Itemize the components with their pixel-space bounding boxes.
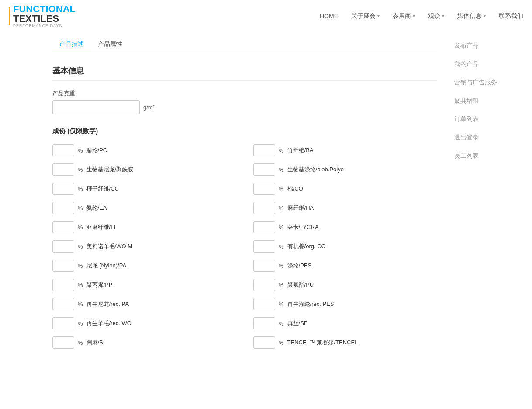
comp-pct-right-2: % (279, 186, 284, 192)
nav-media[interactable]: 媒体信息▾ (457, 12, 486, 20)
comp-name-right-1: 生物基涤纶/biob.Polye (287, 166, 344, 173)
comp-pct-left-2: % (78, 186, 83, 192)
comp-input-left-5[interactable] (52, 240, 74, 253)
nav-audience[interactable]: 观众▾ (428, 12, 444, 20)
comp-name-right-6: 涤纶/PES (287, 262, 312, 270)
comp-pct-left-9: % (78, 320, 83, 327)
comp-row-left-3: % 氨纶/EA (52, 202, 236, 214)
page-layout: 产品描述 产品属性 基本信息 产品克重 g/m² 成份 (仅限数字) % 腈纶/… (0, 32, 532, 366)
comp-name-right-9: 真丝/SE (287, 319, 308, 327)
logo-functional: FUNCTIONAL (13, 4, 76, 14)
comp-pct-left-6: % (78, 263, 83, 269)
main-content: 产品描述 产品属性 基本信息 产品克重 g/m² 成份 (仅限数字) % 腈纶/… (0, 32, 446, 366)
comp-pct-left-7: % (78, 282, 83, 288)
sidebar-item-6[interactable]: 员工列表 (454, 147, 515, 165)
chevron-icon: ▾ (484, 14, 486, 18)
comp-input-right-4[interactable] (253, 221, 275, 233)
comp-input-right-8[interactable] (253, 298, 275, 310)
comp-input-left-7[interactable] (52, 279, 74, 291)
chevron-icon: ▾ (442, 14, 444, 18)
comp-name-left-0: 腈纶/PC (86, 146, 107, 154)
chevron-icon: ▾ (377, 14, 380, 18)
weight-input[interactable] (52, 100, 140, 114)
tabs: 产品描述 产品属性 (52, 32, 437, 52)
comp-pct-right-0: % (279, 147, 284, 154)
comp-pct-right-4: % (279, 224, 284, 231)
comp-pct-right-1: % (279, 166, 284, 173)
comp-pct-right-3: % (279, 205, 284, 211)
comp-input-right-9[interactable] (253, 317, 275, 329)
comp-input-left-4[interactable] (52, 221, 74, 233)
comp-input-left-10[interactable] (52, 336, 74, 349)
comp-name-right-10: TENCEL™ 莱赛尔/TENCEL (287, 339, 358, 347)
comp-row-left-10: % 剑麻/SI (52, 336, 236, 349)
logo: FUNCTIONAL TEXTILES PERFORMANCE DAYS (9, 4, 76, 28)
comp-name-right-8: 再生涤纶/rec. PES (287, 300, 334, 308)
comp-input-right-7[interactable] (253, 279, 275, 291)
chevron-icon: ▾ (413, 14, 415, 18)
comp-name-left-6: 尼龙 (Nylon)/PA (86, 262, 127, 270)
comp-input-left-3[interactable] (52, 202, 74, 214)
comp-row-right-5: % 有机棉/org. CO (253, 240, 437, 253)
comp-row-right-8: % 再生涤纶/rec. PES (253, 298, 437, 310)
comp-input-left-9[interactable] (52, 317, 74, 329)
comp-input-right-0[interactable] (253, 144, 275, 156)
comp-input-right-6[interactable] (253, 260, 275, 272)
comp-input-right-1[interactable] (253, 163, 275, 176)
comp-row-left-2: % 椰子纤维/CC (52, 183, 236, 195)
comp-row-left-9: % 再生羊毛/rec. WO (52, 317, 236, 329)
comp-pct-right-10: % (279, 340, 284, 346)
comp-name-left-1: 生物基尼龙/聚酰胺 (86, 166, 134, 173)
sidebar-item-0[interactable]: 及布产品 (454, 37, 515, 55)
comp-pct-right-9: % (279, 320, 284, 327)
comp-row-right-9: % 真丝/SE (253, 317, 437, 329)
comp-name-right-7: 聚氨酯/PU (287, 281, 314, 289)
tab-product-description[interactable]: 产品描述 (52, 37, 91, 52)
comp-input-left-1[interactable] (52, 163, 74, 176)
comp-input-left-0[interactable] (52, 144, 74, 156)
section-title-basic-info: 基本信息 (52, 66, 437, 81)
nav-about[interactable]: 关于展会▾ (351, 12, 380, 20)
sidebar: 及布产品我的产品营销与广告服务展具增租订单列表退出登录员工列表 (446, 32, 524, 366)
comp-input-right-10[interactable] (253, 336, 275, 349)
sidebar-item-1[interactable]: 我的产品 (454, 55, 515, 73)
comp-row-left-6: % 尼龙 (Nylon)/PA (52, 260, 236, 272)
comp-row-right-2: % 棉/CO (253, 183, 437, 195)
sidebar-item-4[interactable]: 订单列表 (454, 110, 515, 128)
comp-row-left-7: % 聚丙烯/PP (52, 279, 236, 291)
composition-grid: % 腈纶/PC % 竹纤维/BA % 生物基尼龙/聚酰胺 % 生物基涤纶/bio… (52, 144, 437, 349)
comp-name-left-8: 再生尼龙/rec. PA (86, 300, 129, 308)
comp-name-right-0: 竹纤维/BA (287, 146, 314, 154)
comp-name-left-10: 剑麻/SI (86, 339, 105, 347)
nav-home[interactable]: HOME (320, 13, 338, 20)
comp-input-right-3[interactable] (253, 202, 275, 214)
comp-row-left-0: % 腈纶/PC (52, 144, 236, 156)
sidebar-item-2[interactable]: 营销与广告服务 (454, 73, 515, 92)
comp-row-right-4: % 莱卡/LYCRA (253, 221, 437, 233)
weight-label: 产品克重 (52, 90, 437, 97)
comp-input-right-2[interactable] (253, 183, 275, 195)
comp-name-left-7: 聚丙烯/PP (86, 281, 113, 289)
comp-pct-right-7: % (279, 282, 284, 288)
comp-name-right-3: 麻纤维/HA (287, 204, 314, 212)
comp-input-left-6[interactable] (52, 260, 74, 272)
comp-pct-left-4: % (78, 224, 83, 231)
comp-pct-left-3: % (78, 205, 83, 211)
nav-exhibitor[interactable]: 参展商▾ (393, 12, 415, 20)
comp-input-right-5[interactable] (253, 240, 275, 253)
comp-pct-left-1: % (78, 166, 83, 173)
comp-pct-left-0: % (78, 147, 83, 154)
comp-row-left-4: % 亚麻纤维/LI (52, 221, 236, 233)
sidebar-item-5[interactable]: 退出登录 (454, 128, 515, 147)
sidebar-item-3[interactable]: 展具增租 (454, 92, 515, 110)
nav-contact[interactable]: 联系我们 (499, 12, 523, 20)
comp-row-right-7: % 聚氨酯/PU (253, 279, 437, 291)
comp-row-right-6: % 涤纶/PES (253, 260, 437, 272)
comp-pct-right-6: % (279, 263, 284, 269)
tab-product-attributes[interactable]: 产品属性 (91, 37, 129, 52)
comp-input-left-2[interactable] (52, 183, 74, 195)
nav: HOME 关于展会▾ 参展商▾ 观众▾ 媒体信息▾ 联系我们 (320, 12, 523, 20)
logo-textiles: TEXTILES (13, 14, 59, 24)
comp-input-left-8[interactable] (52, 298, 74, 310)
logo-sub: PERFORMANCE DAYS (13, 24, 76, 28)
